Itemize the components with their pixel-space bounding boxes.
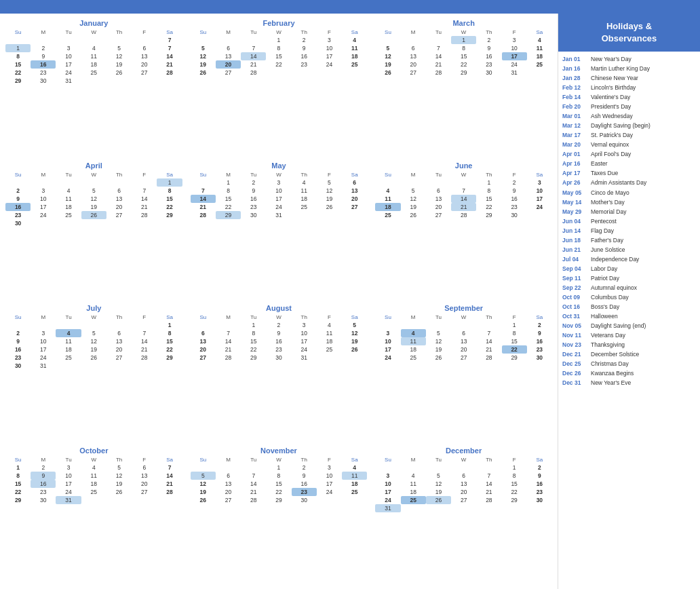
calendar-day: 19 <box>81 203 106 211</box>
calendar-day: 20 <box>216 488 241 496</box>
day-header: Tu <box>426 314 451 321</box>
year-header <box>0 0 700 14</box>
day-header: Th <box>476 456 501 463</box>
holiday-item: Jul 04Independence Day <box>562 254 696 264</box>
calendar-day <box>81 219 106 227</box>
day-header: Th <box>106 456 132 463</box>
calendar-day: 2 <box>241 178 266 187</box>
calendar-day: 6 <box>451 472 476 480</box>
day-header: Sa <box>342 314 367 321</box>
day-header: M <box>216 456 241 463</box>
calendar-day: 28 <box>451 211 476 219</box>
calendar-day: 30 <box>476 69 501 77</box>
holiday-date: Nov 05 <box>562 322 591 330</box>
calendar-day: 8 <box>241 329 266 337</box>
calendar-day: 4 <box>56 187 81 195</box>
calendar-day: 14 <box>132 337 157 345</box>
day-header: Su <box>191 171 216 178</box>
day-header: F <box>502 28 527 36</box>
calendar-day <box>451 178 476 187</box>
calendar-day <box>132 36 157 44</box>
day-header: Tu <box>56 456 81 463</box>
calendar-day: 23 <box>266 345 291 354</box>
holiday-item: Sep 11Patriot Day <box>562 273 696 283</box>
calendar-day: 27 <box>216 496 241 504</box>
holiday-item: Dec 25Christmas Day <box>562 360 696 369</box>
calendar-day: 16 <box>31 480 56 488</box>
calendar-day: 25 <box>292 203 317 211</box>
day-header: W <box>81 28 106 36</box>
month-block-october: OctoberSuMTuWThFSa1234567891011121314151… <box>3 445 185 585</box>
calendar-day: 30 <box>292 496 317 504</box>
calendar-day: 12 <box>401 195 426 203</box>
calendar-day: 13 <box>132 52 157 60</box>
calendar-day: 13 <box>132 472 157 480</box>
calendar-day <box>5 178 31 187</box>
day-header: Th <box>476 314 501 321</box>
calendar-day <box>5 321 31 329</box>
day-header: Th <box>106 314 132 321</box>
calendar-day: 15 <box>476 195 501 203</box>
calendar-day: 21 <box>476 488 501 496</box>
calendar-day: 10 <box>266 187 291 195</box>
day-header: M <box>31 314 56 321</box>
day-header: Tu <box>56 28 81 36</box>
month-grid-january: SuMTuWThFSa71234567891011121314151617181… <box>5 28 182 85</box>
holiday-date: Apr 16 <box>562 160 591 168</box>
calendar-day <box>106 362 132 370</box>
calendar-day: 25 <box>342 488 367 496</box>
calendar-day: 28 <box>191 211 216 219</box>
calendar-day: 6 <box>216 44 241 52</box>
calendar-day: 4 <box>342 36 367 44</box>
calendar-day: 13 <box>451 337 476 345</box>
holiday-name: April Fool's Day <box>591 151 631 158</box>
calendar-day: 10 <box>375 480 400 488</box>
holiday-name: Chinese New Year <box>591 75 638 82</box>
calendar-day: 2 <box>31 463 56 472</box>
calendar-day: 7 <box>157 36 182 44</box>
calendar-day: 12 <box>426 480 451 488</box>
calendar-day: 17 <box>527 195 552 203</box>
calendar-day: 21 <box>426 60 451 69</box>
day-header: Sa <box>342 28 367 36</box>
calendar-day: 29 <box>157 354 182 362</box>
calendar-day: 29 <box>5 496 31 504</box>
month-grid-october: SuMTuWThFSa12345678910111213141516171819… <box>5 456 182 504</box>
calendar-day <box>317 496 342 504</box>
calendar-day <box>375 463 400 472</box>
calendar-day <box>157 496 182 504</box>
day-header: Tu <box>241 314 266 321</box>
calendar-day: 27 <box>216 69 241 77</box>
month-block-december: DecemberSuMTuWThFSa123456789101112131415… <box>372 445 555 585</box>
calendar-day <box>56 219 81 227</box>
calendar-day: 10 <box>317 472 342 480</box>
month-grid-june: SuMTuWThFSa12345678910111213141516171819… <box>375 171 552 219</box>
calendar-day: 21 <box>191 203 216 211</box>
calendar-day: 28 <box>132 211 157 219</box>
calendar-day: 3 <box>502 36 527 44</box>
month-title-january: January <box>5 19 182 27</box>
holiday-name: Martin Luther King Day <box>591 65 650 73</box>
calendar-day <box>81 36 106 44</box>
month-block-november: NovemberSuMTuWThFSa123456789101112131415… <box>188 445 370 585</box>
calendar-day <box>132 496 157 504</box>
calendar-day <box>292 211 317 219</box>
holiday-date: Apr 17 <box>562 170 591 177</box>
calendar-day: 6 <box>342 178 367 187</box>
calendar-day: 9 <box>292 472 317 480</box>
calendar-day: 29 <box>476 211 501 219</box>
month-block-june: JuneSuMTuWThFSa1234567891011121314151617… <box>372 160 555 300</box>
calendar-day: 21 <box>216 345 241 354</box>
holiday-name: Columbus Day <box>591 294 629 301</box>
calendar-day <box>266 69 291 77</box>
calendar-day: 10 <box>317 44 342 52</box>
day-header: M <box>31 28 56 36</box>
calendar-day: 22 <box>5 69 31 77</box>
calendar-day: 19 <box>375 60 400 69</box>
day-header: Sa <box>342 171 367 178</box>
calendar-day <box>451 321 476 329</box>
day-header: M <box>401 456 426 463</box>
holiday-date: Feb 14 <box>562 94 591 101</box>
calendar-day: 25 <box>81 488 106 496</box>
calendar-day: 6 <box>106 187 132 195</box>
